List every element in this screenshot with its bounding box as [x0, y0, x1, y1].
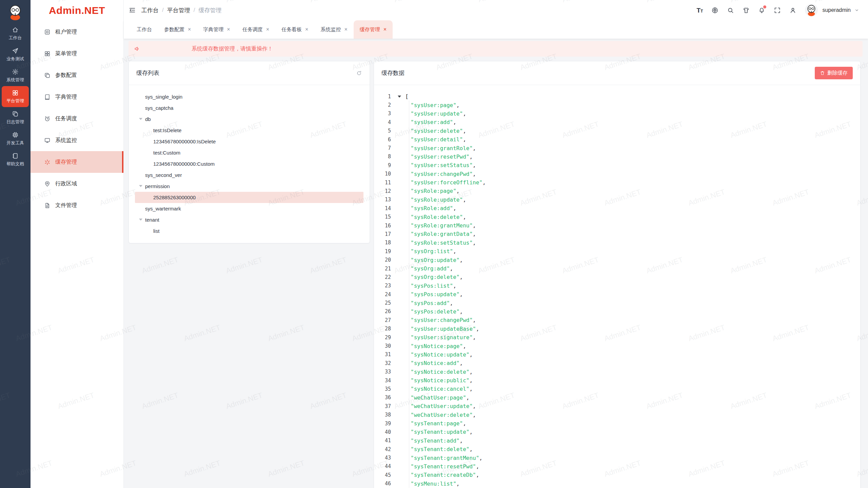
tree-node-11[interactable]: tenant	[135, 214, 363, 225]
tree-node-6[interactable]: 123456780000000:Custom	[135, 158, 363, 169]
line-number: 12	[374, 188, 391, 194]
caret-down-icon[interactable]	[139, 219, 142, 221]
rail-item-3[interactable]: 平台管理	[2, 86, 29, 107]
line-number: 27	[374, 317, 391, 323]
code-token: "sysTenant:add",	[405, 438, 463, 444]
close-icon[interactable]: ×	[305, 27, 308, 32]
tree-node-label: sys_single_login	[145, 94, 182, 100]
sidebar-item-2[interactable]: 参数配置	[31, 64, 123, 86]
tab-5[interactable]: 系统监控 ×	[314, 20, 353, 39]
chip-icon	[12, 131, 19, 138]
sidebar-item-1[interactable]: 菜单管理	[31, 43, 123, 64]
sidebar-item-5[interactable]: 系统监控	[31, 129, 123, 151]
line-number: 11	[374, 180, 391, 186]
monitor-icon	[44, 137, 51, 144]
tree-node-0[interactable]: sys_single_login	[135, 91, 363, 102]
tab-label: 系统监控	[320, 26, 341, 33]
close-icon[interactable]: ×	[227, 27, 230, 32]
tree-node-9[interactable]: 252885263000000	[135, 192, 363, 203]
theme-shirt-icon[interactable]	[743, 7, 750, 14]
caret-down-icon[interactable]	[139, 118, 142, 120]
username[interactable]: superadmin	[822, 7, 851, 13]
code-token: [	[405, 93, 409, 100]
breadcrumb-item[interactable]: 工作台	[141, 6, 159, 14]
fullscreen-icon[interactable]	[774, 7, 781, 14]
tab-0[interactable]: 工作台	[131, 20, 158, 39]
code-line: 38 "weChatUser:delete",	[374, 410, 860, 419]
code-line: 20 "sysOrg:update",	[374, 256, 860, 264]
tab-1[interactable]: 参数配置 ×	[158, 20, 197, 39]
sidebar-item-label: 任务调度	[55, 115, 77, 122]
line-number: 34	[374, 378, 391, 384]
sidebar-collapse-icon[interactable]	[129, 6, 136, 14]
rail-item-6[interactable]: 帮助文档	[2, 149, 29, 170]
line-number: 39	[374, 421, 391, 427]
breadcrumb-item[interactable]: 平台管理	[167, 6, 190, 14]
user-avatar[interactable]	[805, 4, 818, 17]
chevron-down-icon[interactable]	[854, 8, 859, 13]
language-icon[interactable]	[711, 7, 718, 14]
rail-item-0[interactable]: 工作台	[2, 23, 29, 44]
rail-item-1[interactable]: 业务测试	[2, 44, 29, 65]
code-line: 26 "sysPos:delete",	[374, 307, 860, 316]
tab-3[interactable]: 任务调度 ×	[236, 20, 275, 39]
tree-node-3[interactable]: test:IsDelete	[135, 125, 363, 136]
sidebar-item-8[interactable]: 文件管理	[31, 195, 123, 216]
tree-node-label: 252885263000000	[153, 195, 196, 200]
rail-item-label: 系统管理	[6, 77, 24, 83]
code-token: "sysMenu:list",	[405, 481, 460, 487]
rail-item-2[interactable]: 系统管理	[2, 65, 29, 86]
close-icon[interactable]: ×	[188, 27, 191, 32]
tab-2[interactable]: 字典管理 ×	[197, 20, 236, 39]
profile-person-icon[interactable]	[789, 7, 796, 14]
tree-node-5[interactable]: test:Custom	[135, 147, 363, 158]
sidebar-item-label: 菜单管理	[55, 50, 77, 57]
line-number: 21	[374, 266, 391, 272]
tree-node-label: permission	[145, 183, 170, 189]
line-number: 5	[374, 128, 391, 134]
tree-node-12[interactable]: list	[135, 225, 363, 237]
close-icon[interactable]: ×	[383, 27, 387, 32]
tab-6[interactable]: 缓存管理 ×	[354, 20, 393, 39]
fold-caret-icon[interactable]	[398, 96, 401, 98]
tree-node-8[interactable]: permission	[135, 181, 363, 192]
code-token: "sysOrg:update",	[405, 257, 463, 263]
code-token: "sysUser:changePwd",	[405, 317, 476, 323]
tree-node-1[interactable]: sys_captcha	[135, 102, 363, 114]
cache-data-title: 缓存数据	[381, 69, 405, 77]
code-token: "sysNotice:page",	[405, 343, 466, 349]
tree-node-7[interactable]: sys_second_ver	[135, 169, 363, 181]
tree-node-4[interactable]: 123456780000000:IsDelete	[135, 136, 363, 147]
refresh-icon[interactable]	[356, 70, 362, 76]
cache-list-header: 缓存列表	[129, 61, 370, 85]
sidebar-item-6[interactable]: 缓存管理	[31, 151, 123, 173]
tree-node-2[interactable]: db	[135, 114, 363, 125]
notification-bell-icon[interactable]	[758, 7, 765, 14]
sidebar-item-7[interactable]: 行政区域	[31, 173, 123, 195]
home-icon	[12, 26, 19, 33]
font-size-icon[interactable]: TT	[696, 7, 703, 14]
breadcrumb-current: 缓存管理	[198, 6, 221, 14]
tree-node-10[interactable]: sys_wartermark	[135, 203, 363, 214]
close-icon[interactable]: ×	[266, 27, 269, 32]
caret-down-icon[interactable]	[139, 185, 142, 187]
tab-4[interactable]: 任务看板 ×	[275, 20, 314, 39]
tree-node-label: sys_captcha	[145, 105, 173, 111]
mascot-icon	[6, 3, 24, 21]
cache-asterisk-icon	[44, 159, 51, 165]
rail-item-4[interactable]: 日志管理	[2, 107, 29, 128]
sidebar-item-3[interactable]: 字典管理	[31, 86, 123, 108]
code-token: "sysRole:grantMenu",	[405, 222, 476, 229]
search-icon[interactable]	[727, 7, 734, 14]
delete-cache-button[interactable]: 删除缓存	[815, 67, 853, 79]
line-number: 44	[374, 463, 391, 469]
alarm-clock-icon	[44, 116, 51, 122]
sidebar-item-0[interactable]: 租户管理	[31, 21, 123, 43]
line-number: 24	[374, 291, 391, 298]
line-number: 16	[374, 223, 391, 229]
rail-item-label: 开发工具	[6, 140, 24, 146]
line-number: 3	[374, 110, 391, 117]
rail-item-5[interactable]: 开发工具	[2, 128, 29, 149]
close-icon[interactable]: ×	[344, 27, 347, 32]
sidebar-item-4[interactable]: 任务调度	[31, 108, 123, 129]
